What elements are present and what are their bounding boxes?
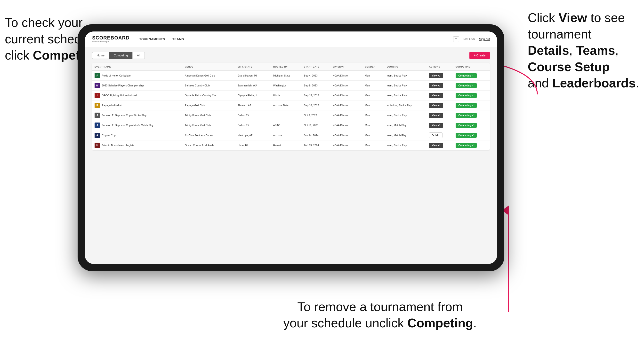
create-button[interactable]: + Create (470, 52, 490, 59)
col-scoring: SCORING (384, 63, 426, 71)
competing-button[interactable]: Competing ✓ (456, 123, 477, 128)
view-button[interactable]: View ⊙ (429, 93, 443, 98)
cell-scoring: team, Match Play (384, 130, 426, 141)
competing-button[interactable]: Competing ✓ (456, 113, 477, 118)
team-logo: P (94, 103, 100, 108)
event-name-text: Copper Cup (102, 134, 116, 137)
cell-gender: Men (362, 91, 384, 101)
tablet: SCOREBOARD Powered by clippi TOURNAMENTS… (78, 24, 504, 271)
cell-competing: Competing ✓ (453, 141, 490, 150)
team-logo: F (94, 73, 100, 78)
nav-links: TOURNAMENTS TEAMS (139, 37, 184, 41)
competing-button[interactable]: Competing ✓ (456, 73, 477, 78)
cell-venue: Sahalee Country Club (182, 81, 235, 91)
cell-gender: Men (362, 81, 384, 91)
cell-hosted: Arizona (271, 130, 302, 141)
view-button[interactable]: View ⊙ (429, 113, 443, 118)
cell-city: Dallas, TX (235, 120, 270, 130)
nav-link-teams[interactable]: TEAMS (172, 37, 184, 41)
cell-city: Dallas, TX (235, 110, 270, 120)
table-container: EVENT NAME VENUE CITY, STATE HOSTED BY S… (92, 63, 490, 150)
cell-start: Sep 4, 2023 (302, 71, 330, 81)
cell-event-name: J Jackson T. Stephens Cup – Stroke Play (92, 110, 182, 120)
competing-button[interactable]: Competing ✓ (456, 133, 477, 138)
col-hosted: HOSTED BY (271, 63, 302, 71)
nav-right: ☰ Test User Sign out (453, 36, 490, 42)
event-name-text: John A. Burns Intercollegiate (102, 144, 134, 147)
filter-tab-all[interactable]: All (132, 52, 145, 59)
cell-competing: Competing ✓ (453, 130, 490, 141)
cell-start: Oct 11, 2023 (302, 120, 330, 130)
cell-gender: Men (362, 71, 384, 81)
cell-actions: View ⊙ (426, 101, 453, 110)
annotation-bottom: To remove a tournament from your schedul… (283, 299, 477, 332)
cell-city: Olympia Fields, IL (235, 91, 270, 101)
cell-division: NCAA Division I (330, 91, 362, 101)
cell-hosted: Michigan State (271, 71, 302, 81)
col-division: DIVISION (330, 63, 362, 71)
table-row: W 2023 Sahalee Players Championship Saha… (92, 81, 490, 91)
cell-actions: View ⊙ (426, 120, 453, 130)
cell-actions: View ⊙ (426, 141, 453, 150)
filter-tab-home[interactable]: Home (92, 52, 109, 59)
cell-division: NCAA Division I (330, 71, 362, 81)
nav-link-tournaments[interactable]: TOURNAMENTS (139, 37, 165, 41)
team-logo: A (94, 133, 100, 138)
cell-competing: Competing ✓ (453, 110, 490, 120)
cell-hosted: ABAC (271, 120, 302, 130)
cell-division: NCAA Division I (330, 110, 362, 120)
filter-tab-competing[interactable]: Competing (109, 52, 132, 59)
competing-button[interactable]: Competing ✓ (456, 143, 477, 148)
logo-text: SCOREBOARD (92, 35, 130, 40)
cell-actions: View ⊙ (426, 71, 453, 81)
cell-city: Maricopa, AZ (235, 130, 270, 141)
cell-competing: Competing ✓ (453, 101, 490, 110)
view-button[interactable]: View ⊙ (429, 143, 443, 148)
cell-event-name: H John A. Burns Intercollegiate (92, 141, 182, 150)
view-button[interactable]: View ⊙ (429, 103, 443, 108)
col-actions: ACTIONS (426, 63, 453, 71)
cell-venue: Trinity Forest Golf Club (182, 120, 235, 130)
cell-division: NCAA Division I (330, 130, 362, 141)
cell-scoring: team, Stroke Play (384, 71, 426, 81)
team-logo: J (94, 113, 100, 118)
cell-competing: Competing ✓ (453, 120, 490, 130)
cell-hosted (271, 110, 302, 120)
competing-button[interactable]: Competing ✓ (456, 93, 477, 98)
event-name-text: Jackson T. Stephens Cup – Stroke Play (102, 114, 146, 117)
event-name-text: 2023 Sahalee Players Championship (102, 84, 144, 87)
event-name-text: OFCC Fighting Illini Invitational (102, 94, 137, 97)
edit-button[interactable]: ✎ Edit (429, 133, 442, 138)
cell-actions: View ⊙ (426, 110, 453, 120)
cell-division: NCAA Division I (330, 101, 362, 110)
table-header-row: EVENT NAME VENUE CITY, STATE HOSTED BY S… (92, 63, 490, 71)
cell-competing: Competing ✓ (453, 91, 490, 101)
col-start: START DATE (302, 63, 330, 71)
cell-venue: Olympia Fields Country Club (182, 91, 235, 101)
view-button[interactable]: View ⊙ (429, 123, 443, 128)
arrow-bottom (504, 208, 514, 315)
cell-city: Sammamish, WA (235, 81, 270, 91)
cell-division: NCAA Division I (330, 81, 362, 91)
cell-scoring: team, Stroke Play (384, 110, 426, 120)
cell-scoring: team, Stroke Play (384, 81, 426, 91)
cell-scoring: team, Stroke Play (384, 91, 426, 101)
competing-button[interactable]: Competing ✓ (456, 83, 477, 88)
cell-start: Sep 9, 2023 (302, 81, 330, 91)
view-button[interactable]: View ⊙ (429, 83, 443, 88)
nav-user: Test User (463, 37, 475, 41)
cell-gender: Men (362, 110, 384, 120)
cell-start: Jan 14, 2024 (302, 130, 330, 141)
cell-city: Grand Haven, MI (235, 71, 270, 81)
view-button[interactable]: View ⊙ (429, 73, 443, 78)
user-icon: ☰ (453, 36, 459, 42)
cell-hosted: Arizona State (271, 101, 302, 110)
filter-bar: Home Competing All + Create (92, 52, 490, 59)
nav-signout[interactable]: Sign out (479, 37, 490, 41)
cell-venue: American Dunes Golf Club (182, 71, 235, 81)
cell-start: Sep 15, 2023 (302, 91, 330, 101)
cell-scoring: team, Stroke Play (384, 141, 426, 150)
cell-venue: Trinity Forest Golf Club (182, 110, 235, 120)
cell-hosted: Hawaii (271, 141, 302, 150)
competing-button[interactable]: Competing ✓ (456, 103, 477, 108)
